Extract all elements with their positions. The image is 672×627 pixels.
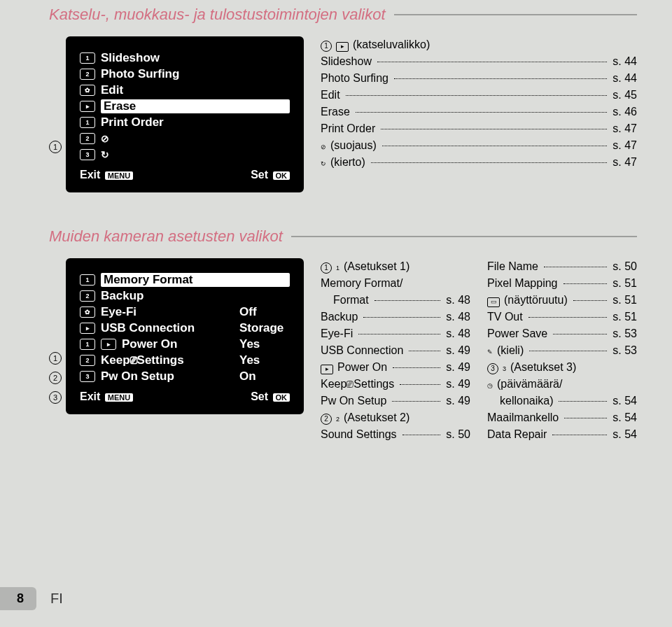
list-entry: Memory Format/ bbox=[321, 275, 470, 292]
marker-1: 1 bbox=[49, 352, 62, 365]
entry-label: File Name bbox=[487, 258, 538, 275]
list-entry: Data Repairs. 54 bbox=[487, 426, 637, 443]
set-label: Set OK bbox=[251, 390, 290, 403]
exit-label: Exit MENU bbox=[80, 169, 133, 181]
menu-row: 1Slideshow bbox=[80, 51, 290, 65]
entry-label: TV Out bbox=[487, 309, 523, 325]
menu-label: ↻ bbox=[101, 148, 290, 162]
page-ref: s. 53 bbox=[612, 342, 637, 359]
entry-label: (suojaus) bbox=[330, 137, 377, 154]
play-icon: ▸ bbox=[101, 339, 116, 350]
camera-screen-playback: 1Slideshow2Photo Surfing✿Edit▸Erase1Prin… bbox=[66, 36, 304, 192]
rule bbox=[291, 236, 637, 237]
leader-dots bbox=[402, 435, 441, 435]
list-entry: ↻(kierto)s. 47 bbox=[321, 154, 637, 171]
menu-label: Edit bbox=[101, 83, 290, 97]
entry-label: Power Save bbox=[487, 325, 547, 342]
menu-value: Yes bbox=[239, 353, 290, 367]
play-icon: ▸ bbox=[321, 365, 333, 374]
camera1-icon: 1 bbox=[80, 52, 95, 64]
play-icon: ▸ bbox=[80, 101, 95, 112]
leader-dots bbox=[564, 283, 608, 284]
list-entry: Keep⎚Settingss. 49 bbox=[321, 376, 470, 393]
menu-label: Memory Format bbox=[101, 273, 290, 287]
leader-dots bbox=[544, 267, 607, 267]
list-entry: 33(Asetukset 3) bbox=[487, 359, 637, 376]
rule bbox=[394, 14, 637, 15]
page-ref: s. 48 bbox=[446, 325, 470, 342]
section-title-1: Katselu-, muokkaus- ja tulostustoimintoj… bbox=[49, 6, 637, 24]
section-title-text-1: Katselu-, muokkaus- ja tulostustoimintoj… bbox=[49, 6, 386, 24]
page-ref: s. 51 bbox=[612, 275, 637, 292]
menu-label: Eye-Fi bbox=[101, 305, 234, 319]
entry-label: (kierto) bbox=[330, 154, 365, 171]
page-ref: s. 51 bbox=[612, 309, 637, 325]
menu-row: 1Print Order bbox=[80, 115, 290, 129]
list-entry: File Names. 50 bbox=[487, 258, 637, 275]
leader-dots bbox=[573, 300, 608, 301]
entry-label: Keep⎚Settings bbox=[321, 376, 394, 393]
camera-screen-setup: 1Memory Format2Backup✿Eye-FiOff▸USB Conn… bbox=[66, 258, 304, 414]
list-entry: Erases. 46 bbox=[321, 104, 637, 120]
rotate-icon: ↻ bbox=[321, 160, 326, 169]
leader-dots bbox=[346, 95, 608, 96]
entry-label: USB Connection bbox=[321, 342, 403, 359]
monitor-icon: ▭ bbox=[487, 297, 500, 307]
entry-label: Maailmankello bbox=[487, 409, 559, 426]
menu-label: Print Order bbox=[101, 115, 290, 129]
leader-dots bbox=[358, 334, 440, 334]
menu-row: 2⊘ bbox=[80, 132, 290, 146]
entry-label: Photo Surfing bbox=[321, 70, 388, 87]
camera2-icon: 2 bbox=[80, 290, 95, 302]
menu-row: ✿Eye-FiOff bbox=[80, 305, 290, 319]
language-icon: ✎ bbox=[487, 348, 493, 358]
ok-key: OK bbox=[273, 171, 290, 180]
list-entry: Formats. 48 bbox=[321, 292, 470, 309]
protect-icon: ⊘ bbox=[101, 133, 109, 144]
page-ref: s. 49 bbox=[446, 342, 470, 359]
section-title-text-2: Muiden kameran asetusten valikot bbox=[49, 227, 283, 246]
leader-dots bbox=[529, 351, 607, 351]
exit-label: Exit MENU bbox=[80, 390, 133, 403]
menu-label: USB Connection bbox=[101, 321, 234, 335]
page-footer: 8 FI bbox=[0, 587, 672, 610]
menu-row: 1▸Power OnYes bbox=[80, 337, 290, 351]
menu-row: ▸USB ConnectionStorage bbox=[80, 321, 290, 335]
wrench3-icon: 3 bbox=[80, 371, 95, 382]
menu-row: 3↻ bbox=[80, 148, 290, 162]
set-label: Set OK bbox=[251, 169, 290, 181]
entry-label: kellonaika) bbox=[500, 393, 553, 409]
page-ref: s. 48 bbox=[446, 309, 470, 325]
entry-label: (katseluvalikko) bbox=[353, 36, 430, 53]
entry-label: Edit bbox=[321, 87, 340, 104]
entry-label: (Asetukset 3) bbox=[510, 359, 576, 376]
wrench3-icon: 3 bbox=[503, 365, 506, 374]
entry-label: Data Repair bbox=[487, 426, 547, 443]
menu-row: 2Backup bbox=[80, 289, 290, 303]
menu-label: Erase bbox=[101, 99, 290, 113]
entry-label: Sound Settings bbox=[321, 426, 397, 443]
wrench3-icon: 3 bbox=[80, 149, 95, 160]
menu-label: Pw On Setup bbox=[101, 369, 234, 383]
leader-dots bbox=[528, 317, 608, 318]
menu-value: Storage bbox=[239, 321, 290, 335]
entry-label: (päivämäärä/ bbox=[497, 376, 562, 393]
page-ref: s. 44 bbox=[612, 53, 637, 70]
protect-icon: ⊘ bbox=[321, 143, 326, 153]
page-number: 8 bbox=[0, 587, 36, 610]
list-entry: Backups. 48 bbox=[321, 309, 470, 325]
menu-row: 2Photo Surfing bbox=[80, 67, 290, 81]
menu-label: ⊘ bbox=[101, 132, 290, 146]
play-icon: ▸ bbox=[336, 42, 349, 52]
entry-label: Format bbox=[333, 292, 369, 309]
page-ref: s. 50 bbox=[446, 426, 470, 443]
entry-label: Backup bbox=[321, 309, 358, 325]
list-entry: Power Saves. 53 bbox=[487, 325, 637, 342]
page-ref: s. 49 bbox=[446, 359, 470, 376]
page-ref: s. 49 bbox=[446, 393, 470, 409]
entry-label: Pixel Mapping bbox=[487, 275, 558, 292]
wrench2-icon: 2 bbox=[336, 415, 340, 425]
setup-menu-column: 11(Asetukset 1)Memory Format/Formats. 48… bbox=[321, 258, 470, 443]
leader-dots bbox=[371, 162, 608, 163]
wrench1-icon: 1 bbox=[336, 264, 340, 274]
